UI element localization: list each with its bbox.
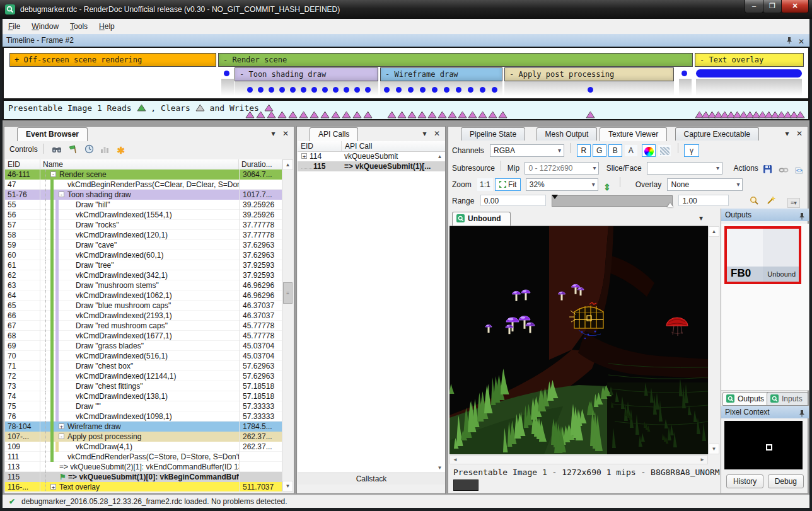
expand-icon[interactable]: + <box>59 423 64 429</box>
find-icon[interactable] <box>51 143 62 153</box>
close-button[interactable]: ✕ <box>781 0 809 13</box>
overlay-select[interactable]: None <box>667 178 743 191</box>
timeline-event-dot[interactable] <box>396 87 402 93</box>
event-row[interactable]: 107-...-Apply post processing262.37... <box>5 432 282 442</box>
close-icon[interactable]: ✕ <box>282 129 289 138</box>
tab-mesh-output[interactable]: Mesh Output <box>536 127 598 141</box>
event-row[interactable]: 57Draw "rocks"37.77778 <box>5 220 282 230</box>
event-row[interactable]: 73Draw "chest fittings"57.18518 <box>5 381 282 391</box>
close-icon[interactable]: ✕ <box>434 129 440 138</box>
expand-icon[interactable]: - <box>50 171 56 177</box>
event-row[interactable]: 47vkCmdBeginRenderPass(C=Clear, D=Clear,… <box>5 180 282 190</box>
timeline-event-dot[interactable] <box>444 87 450 93</box>
timeline-event-dot[interactable] <box>456 87 461 93</box>
expand-icon[interactable]: + <box>50 484 56 490</box>
mip-select[interactable]: 0 - 1272x690 <box>525 162 599 175</box>
range-min-input[interactable]: 0.00 <box>480 195 546 206</box>
chevron-down-icon[interactable]: ▾ <box>272 129 276 138</box>
timeline-event-dot[interactable] <box>492 87 497 93</box>
chevron-down-icon[interactable]: ▾ <box>699 214 703 222</box>
timeline-canvas[interactable]: + Off-screen scene rendering- Render sce… <box>3 47 809 100</box>
tab-inputs[interactable]: Inputs <box>767 392 808 406</box>
event-row[interactable]: 58vkCmdDrawIndexed(120,1)37.77778 <box>5 230 282 240</box>
timeline-event-dot[interactable] <box>344 87 349 93</box>
scroll-down-icon[interactable]: ▼ <box>709 444 719 454</box>
timeline-event-dot[interactable] <box>468 87 473 93</box>
range-max-input[interactable]: 1.00 <box>678 195 729 206</box>
timeline-event-dot[interactable] <box>290 87 296 93</box>
event-row[interactable]: 68vkCmdDrawIndexed(1677,1)45.77778 <box>5 331 282 341</box>
timeline-event-dot[interactable] <box>420 87 426 93</box>
event-row[interactable]: 60vkCmdDrawIndexed(60,1)37.62963 <box>5 250 282 260</box>
tab-pipeline-state[interactable]: Pipeline State <box>461 127 525 141</box>
event-row[interactable]: 74vkCmdDrawIndexed(138,1)57.18518 <box>5 391 282 401</box>
api-call-row[interactable]: +114vkQueueSubmit <box>298 151 445 161</box>
event-browser-scrollbar[interactable]: ▲ ≡ ▼ <box>282 159 293 491</box>
timeline-bar[interactable]: - Text overlay <box>695 53 804 67</box>
expand-icon[interactable]: + <box>301 153 307 159</box>
timeline-panel-header[interactable]: Timeline - Frame #2 ✕ <box>3 34 809 47</box>
maximize-button[interactable]: ❐ <box>763 0 782 13</box>
event-row[interactable]: 67Draw "red mushroom caps"45.77778 <box>5 321 282 331</box>
range-min-handle[interactable] <box>552 195 558 199</box>
event-row[interactable]: 56vkCmdDrawIndexed(1554,1)39.25926 <box>5 210 282 220</box>
tab-texture-viewer[interactable]: Texture Viewer <box>600 127 667 141</box>
scroll-left-icon[interactable]: ◄ <box>450 456 460 464</box>
pin-icon[interactable] <box>799 211 805 224</box>
event-row[interactable]: 46-111-Render scene3064.7... <box>5 169 282 180</box>
menu-window[interactable]: Window <box>26 19 64 34</box>
event-row[interactable]: 65Draw "blue mushroom caps"46.37037 <box>5 301 282 311</box>
event-row[interactable]: 111vkCmdEndRenderPass(C=Store, D=Store, … <box>5 452 282 462</box>
scroll-up-icon[interactable]: ▲ <box>709 226 719 237</box>
event-row[interactable]: 70vkCmdDrawIndexed(516,1)45.03704 <box>5 351 282 361</box>
channels-select[interactable]: RGBA <box>490 144 564 157</box>
timeline-event-dot[interactable] <box>333 87 339 93</box>
pixel-context-view[interactable] <box>724 421 803 469</box>
timeline-bar[interactable]: - Render scene <box>218 53 693 67</box>
tab-capture-executable[interactable]: Capture Executable <box>675 127 759 141</box>
event-row[interactable]: 66vkCmdDrawIndexed(2193,1)46.37037 <box>5 311 282 321</box>
pin-icon[interactable] <box>786 37 792 46</box>
channel-a-button[interactable]: A <box>624 144 638 157</box>
channel-b-button[interactable]: B <box>608 144 622 157</box>
timeline-event-dot[interactable] <box>301 87 306 93</box>
texture-vertical-scrollbar[interactable]: ▲ ▼ <box>708 226 719 454</box>
event-row[interactable]: 55Draw "hill"39.25926 <box>5 200 282 210</box>
debug-button[interactable]: Debug <box>768 474 804 488</box>
minimize-button[interactable]: – <box>745 0 763 13</box>
range-slider[interactable] <box>552 195 673 207</box>
timeline-event-dot[interactable] <box>480 87 485 93</box>
scroll-down-icon[interactable]: ▼ <box>282 481 293 491</box>
autofit-wand-icon[interactable] <box>765 195 776 205</box>
menu-file[interactable]: File <box>3 19 26 34</box>
texture-horizontal-scrollbar[interactable]: ◄ ► <box>450 455 708 464</box>
event-row[interactable]: 72vkCmdDrawIndexed(12144,1)57.62963 <box>5 371 282 381</box>
bookmark-flag-icon[interactable] <box>67 143 79 153</box>
alpha-background-button[interactable] <box>658 144 671 157</box>
event-row[interactable]: 62vkCmdDrawIndexed(342,1)37.92593 <box>5 270 282 280</box>
close-icon[interactable]: ✕ <box>796 129 803 138</box>
pin-icon[interactable] <box>799 408 805 421</box>
timeline-bar[interactable]: + Off-screen scene rendering <box>9 53 216 67</box>
timeline-event-dot[interactable] <box>432 87 438 93</box>
timeline-event-dot[interactable] <box>408 87 414 93</box>
event-row[interactable]: 116-...+Text overlay511.7037 <box>5 482 282 491</box>
custom-action-icon[interactable]: ✱ <box>115 142 127 152</box>
channel-r-button[interactable]: R <box>577 144 591 157</box>
timeline-event-dot[interactable] <box>322 87 328 93</box>
colorwheel-button[interactable] <box>642 144 656 157</box>
menu-tools[interactable]: Tools <box>64 19 93 34</box>
zoom-1to1-button[interactable]: 1:1 <box>477 178 493 191</box>
event-row[interactable]: 78-104+Wireframe draw1784.5... <box>5 422 282 432</box>
chevron-down-icon[interactable]: ▾ <box>423 129 427 138</box>
timeline-bar[interactable]: - Wireframe draw <box>380 67 502 81</box>
col-eid[interactable]: EID <box>298 141 342 151</box>
timeline-event-dot[interactable] <box>311 87 317 93</box>
timeline-event-dot[interactable] <box>247 87 253 93</box>
tab-unbound[interactable]: Unbound <box>452 212 511 226</box>
expand-icon[interactable]: - <box>59 192 64 197</box>
menu-help[interactable]: Help <box>93 19 120 34</box>
tab-outputs[interactable]: Outputs <box>722 392 770 406</box>
zoom-select[interactable]: 32% <box>526 178 598 191</box>
col-eid[interactable]: EID <box>5 159 40 169</box>
